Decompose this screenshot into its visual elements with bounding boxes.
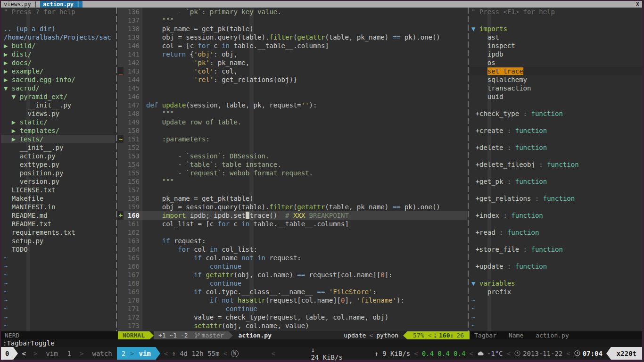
tree-item[interactable]: action.py xyxy=(1,152,115,160)
tagbar-item[interactable]: +read : function xyxy=(470,228,642,237)
tab-views-py[interactable]: views.py | xyxy=(1,1,40,8)
code-text[interactable]: """ xyxy=(142,16,467,25)
code-text[interactable]: if getattr(obj, col.name) == request[col… xyxy=(142,271,467,279)
tagbar-item[interactable]: sqlalchemy xyxy=(470,75,642,84)
code-text[interactable] xyxy=(142,186,467,194)
nerdtree-pane[interactable]: " Press ? for help.. (up a dir)/home/ura… xyxy=(1,8,115,331)
code-text[interactable]: obj = session.query(table).filter(getatt… xyxy=(142,203,467,211)
tagbar-item[interactable]: ast xyxy=(470,33,642,41)
tree-item[interactable]: ▶ build/ xyxy=(1,41,115,50)
tree-item[interactable]: position.py xyxy=(1,169,115,177)
tagbar-kind-header[interactable]: ▼ imports xyxy=(470,25,642,33)
code-line[interactable]: 173 setattr(obj, col.name, value) xyxy=(118,321,467,330)
code-line[interactable]: 138 pk_name = get_pk(table) xyxy=(118,25,467,33)
tagbar-item[interactable]: set_trace xyxy=(470,67,642,75)
code-text[interactable]: col_list = [c for c in table.__table__.c… xyxy=(142,220,467,228)
code-line[interactable]: +160 import ipdb; ipdb.set_trace() # XXX… xyxy=(118,211,467,220)
code-text[interactable]: - `session`: DBSession. xyxy=(142,152,467,160)
tagbar-item[interactable]: +create : function xyxy=(470,126,642,135)
tmux-window[interactable]: 1 xyxy=(63,350,76,357)
tagbar-item[interactable]: +get_relations : function xyxy=(470,194,642,203)
code-text[interactable]: import ipdb; ipdb.set_trace() # XXX BREA… xyxy=(142,211,467,220)
code-line[interactable]: 159 obj = session.query(table).filter(ge… xyxy=(118,203,467,211)
code-text[interactable] xyxy=(142,92,467,101)
tagbar-item[interactable]: uuid xyxy=(470,92,642,101)
code-text[interactable]: if col.type.__class__.__name__ == 'FileS… xyxy=(142,288,467,296)
code-text[interactable]: col = [c for c in table.__table__.column… xyxy=(142,41,467,50)
code-line[interactable]: 136 - `pk`: primary key value. xyxy=(118,8,467,16)
code-line[interactable]: 158 pk_name = get_pk(table) xyxy=(118,194,467,203)
code-line[interactable]: 168 continue xyxy=(118,279,467,288)
tree-item[interactable]: README.md xyxy=(1,211,115,220)
code-text[interactable]: :parameters: xyxy=(142,135,467,143)
tabline-close-icon[interactable]: X xyxy=(633,1,642,8)
tmux-session-badge[interactable]: 0 xyxy=(1,347,13,360)
code-line[interactable]: 155 - `request`: webob format request. xyxy=(118,169,467,177)
code-text[interactable] xyxy=(142,126,467,135)
tree-item[interactable]: TODO xyxy=(1,245,115,254)
code-line[interactable]: 156 """ xyxy=(118,177,467,186)
code-line[interactable]: 161 col_list = [c for c in table.__table… xyxy=(118,220,467,228)
code-text[interactable] xyxy=(142,84,467,92)
code-line[interactable]: 162 xyxy=(118,228,467,237)
code-text[interactable]: value = check_type(request, table, col.n… xyxy=(142,313,467,321)
code-line[interactable]: 152 xyxy=(118,143,467,152)
tree-item[interactable]: ▶ tests/ xyxy=(1,135,115,143)
code-line[interactable]: 154 - `table`: table instance. xyxy=(118,160,467,169)
tagbar-item[interactable]: prefix xyxy=(470,288,642,296)
code-text[interactable]: - `request`: webob format request. xyxy=(142,169,467,177)
code-line[interactable]: 150 xyxy=(118,126,467,135)
code-line[interactable]: 140 col = [c for c in table.__table__.co… xyxy=(118,41,467,50)
code-line[interactable]: 164 for col in col_list: xyxy=(118,245,467,254)
code-text[interactable]: setattr(obj, col.name, value) xyxy=(142,321,467,330)
tagbar-item[interactable]: os xyxy=(470,58,642,67)
code-line[interactable]: 148 """ xyxy=(118,109,467,118)
tree-item[interactable]: setup.py xyxy=(1,237,115,245)
code-editor-pane[interactable]: 136 - `pk`: primary key value.137 """138… xyxy=(118,8,467,331)
tree-item[interactable]: views.py xyxy=(1,109,115,118)
tagbar-item[interactable]: +update : function xyxy=(470,262,642,271)
tree-item[interactable]: README.txt xyxy=(1,220,115,228)
tree-item[interactable]: __init__.py xyxy=(1,143,115,152)
code-line[interactable]: 170 if not hasattr(request[col.name][0],… xyxy=(118,296,467,304)
code-line[interactable]: 163 if request: xyxy=(118,237,467,245)
tab-action-py[interactable]: action.py | xyxy=(40,1,83,8)
code-line[interactable]: 149 Update row of table. xyxy=(118,118,467,126)
code-text[interactable]: pk_name = get_pk(table) xyxy=(142,25,467,33)
code-line[interactable]: 167 if getattr(obj, col.name) == request… xyxy=(118,271,467,279)
tmux-window[interactable]: watch xyxy=(87,350,116,357)
code-text[interactable]: continue xyxy=(142,262,467,271)
tree-item[interactable]: __init__.py xyxy=(1,101,115,109)
code-line[interactable]: 146 xyxy=(118,92,467,101)
code-text[interactable]: if col.name not in request: xyxy=(142,254,467,262)
tagbar-item[interactable]: transaction xyxy=(470,84,642,92)
code-line[interactable]: 166 continue xyxy=(118,262,467,271)
nerdtree-up-dir[interactable]: .. (up a dir) xyxy=(1,25,115,33)
tree-item[interactable]: ▶ docs/ xyxy=(1,58,115,67)
tree-item[interactable]: MANIFEST.in xyxy=(1,203,115,211)
tmux-window[interactable]: vim xyxy=(41,350,62,357)
code-text[interactable]: def update(session, table, pk, request='… xyxy=(142,101,467,109)
code-line[interactable]: 169 if col.type.__class__.__name__ == 'F… xyxy=(118,288,467,296)
tree-item[interactable]: ▶ static/ xyxy=(1,118,115,126)
code-line[interactable]: 141 return {'obj': obj, xyxy=(118,50,467,58)
tree-item[interactable]: version.py xyxy=(1,177,115,186)
tree-item[interactable]: requirements.txt xyxy=(1,228,115,237)
code-text[interactable]: for col in col_list: xyxy=(142,245,467,254)
tagbar-item[interactable]: inspect xyxy=(470,41,642,50)
code-text[interactable]: return {'obj': obj, xyxy=(142,50,467,58)
tree-item[interactable]: ▶ templates/ xyxy=(1,126,115,135)
code-line[interactable]: 172 value = check_type(request, table, c… xyxy=(118,313,467,321)
tree-item[interactable]: Makefile xyxy=(1,194,115,203)
tree-item[interactable]: LICENSE.txt xyxy=(1,186,115,194)
tree-item[interactable]: ▶ example/ xyxy=(1,67,115,75)
code-line[interactable]: 139 obj = session.query(table).filter(ge… xyxy=(118,33,467,41)
tree-item[interactable]: ▶ sacrud.egg-info/ xyxy=(1,75,115,84)
code-text[interactable]: continue xyxy=(142,279,467,288)
code-line[interactable]: 153 - `session`: DBSession. xyxy=(118,152,467,160)
code-text[interactable]: if not hasattr(request[col.name][0], 'fi… xyxy=(142,296,467,304)
code-text[interactable]: obj = session.query(table).filter(getatt… xyxy=(142,33,467,41)
code-line[interactable]: ~151 :parameters: xyxy=(118,135,467,143)
tagbar-item[interactable]: +index : function xyxy=(470,211,642,220)
code-line[interactable]: 142 'pk': pk_name, xyxy=(118,58,467,67)
